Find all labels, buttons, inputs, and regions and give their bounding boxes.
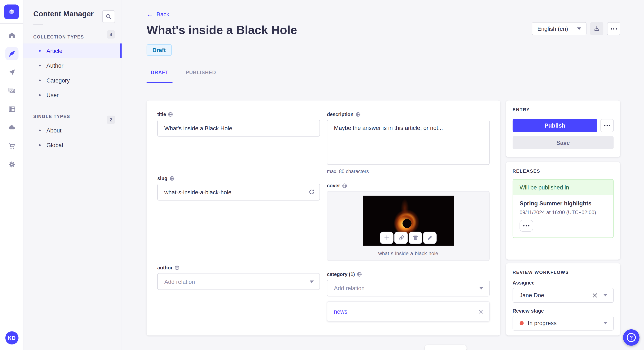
remove-relation-button[interactable] [478,309,484,314]
field-label-text: description [327,112,354,117]
cover-toolbar [380,232,436,244]
edit-media-button[interactable] [423,232,436,244]
release-date: 09/11/2024 at 16:00 (UTC+02:00) [520,209,607,215]
clear-icon[interactable] [592,293,598,298]
arrow-left-icon: ← [146,11,153,18]
media-library-button[interactable] [5,84,18,97]
chevron-down-icon [603,294,607,297]
description-hint: max. 80 characters [327,169,490,174]
delete-media-button[interactable] [409,232,422,244]
marketplace-button[interactable] [5,140,18,153]
back-label: Back [156,11,169,18]
release-item: Will be published in Spring Summer highl… [512,179,614,238]
sidebar-item-category[interactable]: Category [24,73,122,88]
cover-image[interactable] [363,196,454,246]
sidebar-item-user[interactable]: User [24,88,122,103]
home-button[interactable] [5,29,18,42]
publish-button[interactable]: Publish [512,119,597,132]
slug-input[interactable] [158,184,320,200]
releases-button[interactable] [5,66,18,79]
strapi-logo[interactable] [4,4,19,19]
chevron-down-icon [603,322,607,325]
regenerate-slug-button[interactable] [308,189,315,197]
chevron-down-icon [577,27,581,30]
user-avatar[interactable]: KD [5,332,18,345]
sidebar-item-global[interactable]: Global [24,138,122,153]
content-type-builder-button[interactable] [5,103,18,116]
save-button[interactable]: Save [512,136,614,149]
pencil-icon [426,234,433,241]
back-link[interactable]: ← Back [146,11,169,18]
category-field: category (1) Add relation [327,272,490,322]
export-button[interactable] [590,22,603,35]
stage-value: In progress [528,320,556,326]
collapsed-panel-pill[interactable] [425,345,466,350]
collection-types-label: COLLECTION TYPES [33,34,84,39]
globe-icon [175,265,180,270]
collection-types-header: COLLECTION TYPES 4 [24,29,122,43]
sidebar-item-about[interactable]: About [24,123,122,138]
description-input[interactable]: Maybe the answer is in this article, or … [327,120,490,165]
cart-icon [8,142,16,150]
entry-panel: ENTRY Publish Save [506,100,620,157]
author-placeholder: Add relation [164,278,195,285]
field-label-text: category (1) [327,272,355,277]
category-placeholder: Add relation [334,285,364,291]
assignee-select[interactable]: Jane Doe [512,288,614,303]
chevron-down-icon [480,287,484,289]
review-stage-select[interactable]: In progress [512,316,614,331]
main-content: ← Back What's inside a Black Hole Draft … [122,0,644,350]
release-more-button[interactable] [520,220,533,232]
close-icon [478,309,484,314]
copy-link-button[interactable] [394,232,408,244]
add-media-button[interactable] [380,232,394,244]
globe-icon [168,112,173,117]
settings-button[interactable] [5,158,18,171]
logo-area [0,0,23,24]
cloud-button[interactable] [5,121,18,134]
title-label: title [158,112,320,117]
entry-panel-title: ENTRY [512,107,614,112]
relation-link[interactable]: news [334,308,347,315]
slug-field: slug [158,175,320,200]
content-manager-subnav: Content Manager COLLECTION TYPES 4 Artic… [24,0,122,350]
plus-icon [383,234,390,241]
author-relation-select[interactable]: Add relation [158,273,320,290]
strapi-logo-icon [6,7,16,16]
release-body: Spring Summer highlights 09/11/2024 at 1… [513,195,613,237]
locale-value: English (en) [537,25,568,32]
single-types-label: SINGLE TYPES [33,114,70,119]
cover-field: cover [327,183,490,261]
category-relation-select[interactable]: Add relation [327,280,490,296]
home-icon [8,31,16,39]
tab-published[interactable]: PUBLISHED [182,66,220,83]
status-badge: Draft [146,44,172,56]
sidebar-item-label: About [40,127,61,134]
assignee-value: Jane Doe [520,292,544,299]
sidebar-item-label: Global [40,142,63,149]
description-field: description Maybe the answer is in this … [327,112,490,174]
stage-dot-icon [520,321,524,325]
sidebar-item-author[interactable]: Author [24,58,122,73]
search-button[interactable] [102,10,115,23]
field-label-text: cover [327,183,340,189]
more-icon [604,125,610,126]
link-icon [398,234,404,241]
globe-icon [356,112,360,117]
sidebar-item-label: Author [40,62,63,69]
search-icon [106,14,112,20]
locale-select[interactable]: English (en) [532,22,586,35]
tab-draft[interactable]: DRAFT [146,66,172,83]
more-actions-button[interactable] [607,22,620,35]
edit-form-card: title slug [146,100,500,335]
paper-plane-icon [8,68,16,76]
content-manager-button[interactable] [5,47,18,60]
single-types-count: 2 [107,116,115,124]
images-icon [8,87,16,95]
entry-more-button[interactable] [600,119,614,132]
title-input[interactable] [158,120,320,137]
release-name: Spring Summer highlights [520,200,607,207]
page-title: What's inside a Black Hole [146,23,297,37]
review-panel-title: REVIEW WORKFLOWS [512,270,614,275]
sidebar-item-article[interactable]: Article [24,43,122,58]
